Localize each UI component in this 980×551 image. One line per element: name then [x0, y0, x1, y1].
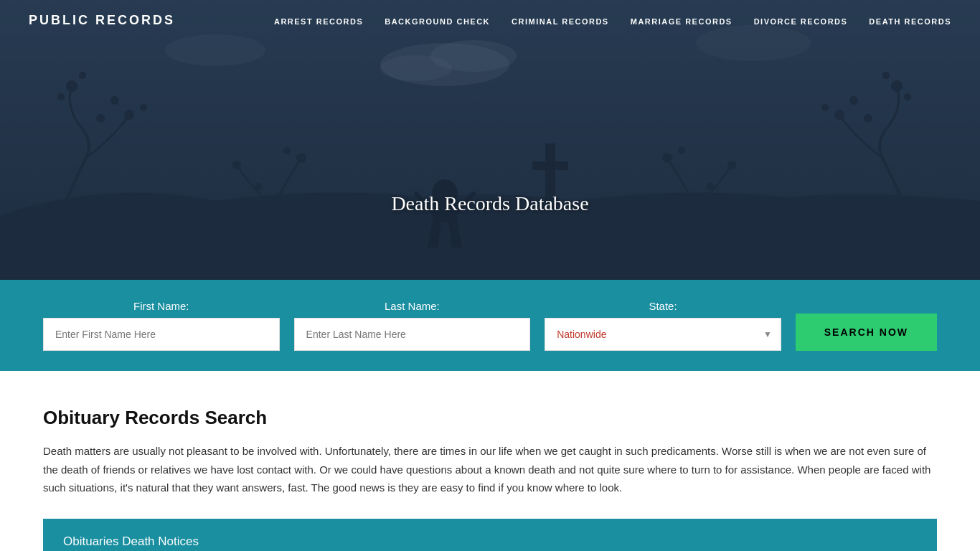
- nav-criminal-records[interactable]: CRIMINAL RECORDS: [512, 17, 609, 26]
- last-name-input[interactable]: [294, 318, 531, 351]
- first-name-field: First Name:: [43, 300, 280, 351]
- state-select-wrapper: NationwideAlabamaAlaskaArizonaArkansasCa…: [545, 318, 781, 351]
- info-box-title: Obituaries Death Notices: [63, 534, 917, 549]
- nav-background-check[interactable]: BACKGROUND CHECK: [385, 17, 490, 26]
- hero-overlay: [0, 0, 980, 280]
- navigation: PUBLIC RECORDS ARREST RECORDS BACKGROUND…: [0, 0, 980, 41]
- hero-title: Death Records Database: [391, 192, 588, 215]
- nav-death-records[interactable]: DEATH RECORDS: [869, 17, 951, 26]
- last-name-label: Last Name:: [294, 300, 531, 312]
- state-select[interactable]: NationwideAlabamaAlaskaArizonaArkansasCa…: [545, 319, 781, 350]
- nav-arrest-records[interactable]: ARREST RECORDS: [274, 17, 363, 26]
- main-content: Obituary Records Search Death matters ar…: [0, 371, 980, 551]
- nav-divorce-records[interactable]: DIVORCE RECORDS: [754, 17, 848, 26]
- section-title: Obituary Records Search: [43, 407, 937, 429]
- nav-links: ARREST RECORDS BACKGROUND CHECK CRIMINAL…: [274, 14, 951, 27]
- site-logo[interactable]: PUBLIC RECORDS: [29, 13, 175, 28]
- hero-section: Death Records Database: [0, 0, 980, 280]
- info-box: Obituaries Death Notices Start 14-day Fr…: [43, 519, 937, 552]
- first-name-label: First Name:: [43, 300, 280, 312]
- state-label: State:: [545, 300, 781, 312]
- first-name-input[interactable]: [43, 318, 280, 351]
- search-now-button[interactable]: SEARCH NOW: [796, 314, 937, 351]
- intro-paragraph: Death matters are usually not pleasant t…: [43, 442, 937, 497]
- search-bar: First Name: Last Name: State: Nationwide…: [0, 280, 980, 371]
- nav-marriage-records[interactable]: MARRIAGE RECORDS: [631, 17, 732, 26]
- state-field: State: NationwideAlabamaAlaskaArizonaArk…: [545, 300, 781, 351]
- last-name-field: Last Name:: [294, 300, 531, 351]
